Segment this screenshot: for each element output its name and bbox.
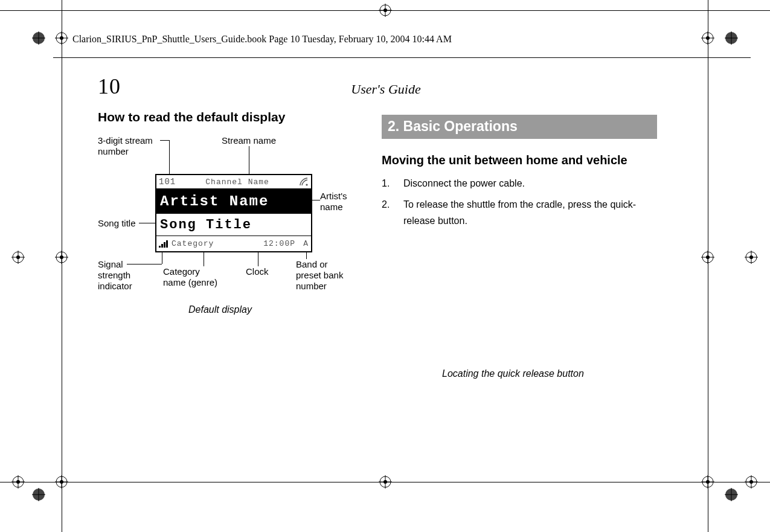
lcd-song-row: Song Title bbox=[156, 214, 311, 236]
registration-crosshair-icon bbox=[701, 251, 714, 264]
registration-crosshair-icon bbox=[55, 31, 68, 45]
leader-line bbox=[127, 264, 162, 264]
book-header: Clarion_SIRIUS_PnP_Shuttle_Users_Guide.b… bbox=[72, 34, 452, 45]
default-display-heading: How to read the default display bbox=[98, 110, 358, 124]
section-bar-basic-operations: 2. Basic Operations bbox=[382, 115, 657, 139]
registration-crosshair-icon bbox=[55, 475, 68, 489]
lcd-channel-name: Channel Name bbox=[179, 178, 295, 187]
left-column: How to read the default display 3-digit … bbox=[98, 110, 358, 379]
default-display-caption: Default display bbox=[188, 304, 252, 315]
header-separator bbox=[53, 57, 751, 58]
quick-release-caption: Locating the quick release button bbox=[442, 368, 657, 379]
lcd-screen: 101 Channel Name Artist Name bbox=[155, 174, 312, 252]
crop-line-right bbox=[708, 0, 708, 532]
default-display-diagram: 3-digit stream number Stream name Artist… bbox=[98, 130, 358, 324]
signal-bars-icon bbox=[159, 240, 168, 248]
lcd-artist: Artist Name bbox=[160, 193, 269, 210]
lcd-bottom-row: Category 12:00P A bbox=[156, 236, 311, 251]
lcd-channel-number: 101 bbox=[159, 177, 176, 187]
step-item: Disconnect the power cable. bbox=[382, 175, 657, 191]
registration-crosshair-icon bbox=[11, 475, 25, 489]
lcd-category: Category bbox=[172, 239, 260, 248]
right-column: 2. Basic Operations Moving the unit betw… bbox=[382, 110, 657, 379]
leader-line bbox=[139, 223, 155, 223]
registration-crosshair-icon bbox=[701, 31, 714, 45]
callout-stream-number: 3-digit stream number bbox=[98, 135, 161, 157]
registration-crosshair-icon bbox=[745, 251, 758, 264]
lcd-artist-row: Artist Name bbox=[156, 188, 311, 214]
leader-line bbox=[249, 146, 249, 176]
step-item: To release the shuttle from the cradle, … bbox=[382, 196, 657, 229]
callout-band: Band or preset bank number bbox=[296, 259, 347, 292]
leader-line bbox=[169, 140, 170, 176]
lcd-clock: 12:00P bbox=[263, 239, 295, 248]
registration-disc-icon bbox=[725, 31, 738, 45]
registration-crosshair-icon bbox=[11, 251, 25, 264]
page-header: 10 User's Guide bbox=[98, 74, 657, 99]
registration-crosshair-icon bbox=[701, 475, 714, 489]
lcd-song: Song Title bbox=[160, 217, 252, 232]
page: Clarion_SIRIUS_PnP_Shuttle_Users_Guide.b… bbox=[0, 0, 770, 532]
subheading-moving-unit: Moving the unit between home and vehicle bbox=[382, 152, 657, 168]
registration-disc-icon bbox=[32, 488, 45, 501]
registration-crosshair-icon bbox=[379, 4, 392, 17]
lcd-band: A bbox=[299, 239, 309, 248]
lcd-top-row: 101 Channel Name bbox=[156, 175, 311, 188]
registration-crosshair-icon bbox=[745, 475, 758, 489]
registration-crosshair-icon bbox=[55, 251, 68, 264]
registration-disc-icon bbox=[32, 31, 45, 45]
callout-category: Category name (genre) bbox=[163, 266, 223, 288]
leader-line bbox=[160, 140, 169, 141]
registration-crosshair-icon bbox=[379, 475, 392, 489]
svg-point-60 bbox=[306, 184, 307, 185]
steps-list: Disconnect the power cable. To release t… bbox=[382, 175, 657, 229]
callout-song-title: Song title bbox=[98, 218, 136, 229]
callout-clock: Clock bbox=[246, 266, 269, 277]
satellite-icon bbox=[299, 177, 309, 187]
leader-line bbox=[312, 200, 320, 200]
registration-disc-icon bbox=[725, 488, 738, 501]
guide-title: User's Guide bbox=[115, 82, 657, 97]
crop-line-left bbox=[62, 0, 62, 532]
content-area: 10 User's Guide How to read the default … bbox=[98, 74, 657, 379]
callout-stream-name: Stream name bbox=[222, 135, 276, 146]
callout-artist-name: Artist's name bbox=[320, 191, 356, 213]
